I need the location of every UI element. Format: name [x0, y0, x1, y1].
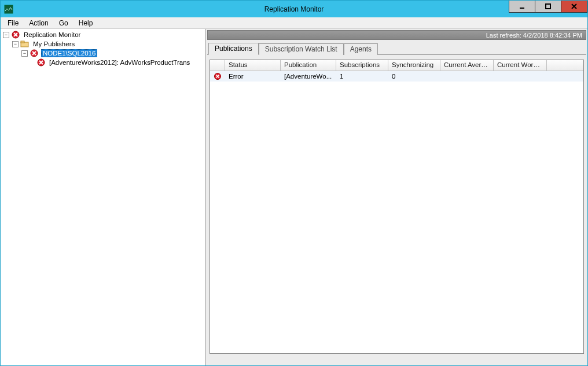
- error-icon: [214, 72, 222, 80]
- last-refresh-bar: Last refresh: 4/2/2018 8:42:34 PM: [207, 30, 586, 40]
- folder-icon: [20, 39, 30, 49]
- tree-label: NODE1\SQL2016: [41, 49, 97, 57]
- menu-help[interactable]: Help: [74, 18, 98, 28]
- expander-icon[interactable]: −: [3, 32, 9, 38]
- tree-node-publication[interactable]: [AdventureWorks2012]: AdvWorksProductTra…: [3, 58, 203, 67]
- grid-header: Status Publication Subscriptions Synchro…: [210, 60, 583, 71]
- col-status-header[interactable]: Status: [225, 60, 281, 71]
- maximize-button[interactable]: [535, 1, 561, 13]
- window-title: Replication Monitor: [1, 5, 587, 13]
- cell-publication: [AdventureWo...: [281, 71, 336, 82]
- tree-node-root[interactable]: − Replication Monitor: [3, 30, 203, 39]
- menubar: File Action Go Help: [1, 17, 587, 29]
- error-icon: [36, 58, 46, 67]
- menu-file[interactable]: File: [3, 18, 23, 28]
- expander-icon[interactable]: −: [12, 41, 19, 47]
- close-button[interactable]: [561, 1, 587, 13]
- tree-node-server[interactable]: − NODE1\SQL2016: [3, 49, 203, 58]
- col-current-avg-header[interactable]: Current Averag...: [440, 60, 494, 71]
- titlebar[interactable]: Replication Monitor: [1, 1, 587, 17]
- cell-status: Error: [225, 71, 281, 82]
- grid-body: Error [AdventureWo... 1 0: [210, 71, 583, 353]
- tree-node-publishers[interactable]: − My Publishers: [3, 39, 203, 49]
- window-frame: Replication Monitor File Action Go Help …: [0, 0, 588, 366]
- col-synchronizing-header[interactable]: Synchronizing: [388, 60, 440, 71]
- menu-go[interactable]: Go: [54, 18, 73, 28]
- publications-grid[interactable]: Status Publication Subscriptions Synchro…: [210, 60, 584, 354]
- col-icon-header[interactable]: [210, 60, 225, 71]
- menu-action[interactable]: Action: [24, 18, 53, 28]
- expander-icon[interactable]: −: [21, 50, 28, 57]
- minimize-button[interactable]: [509, 1, 535, 13]
- table-row[interactable]: Error [AdventureWo... 1 0: [210, 71, 583, 82]
- tree-label: My Publishers: [32, 40, 76, 47]
- tree-pane[interactable]: − Replication Monitor −: [1, 29, 206, 365]
- tree-label: Replication Monitor: [23, 31, 82, 38]
- app-icon: [4, 5, 13, 14]
- svg-rect-2: [546, 4, 550, 9]
- error-icon: [30, 49, 39, 58]
- statusbar: [207, 356, 586, 364]
- content-pane: Last refresh: 4/2/2018 8:42:34 PM Public…: [206, 29, 587, 365]
- col-publication-header[interactable]: Publication: [281, 60, 336, 71]
- last-refresh-text: Last refresh: 4/2/2018 8:42:34 PM: [486, 32, 582, 39]
- workspace: − Replication Monitor −: [1, 29, 587, 365]
- tab-content: Status Publication Subscriptions Synchro…: [207, 55, 586, 356]
- window-controls: [509, 1, 587, 17]
- error-icon: [11, 30, 20, 39]
- cell-synchronizing: 0: [388, 71, 440, 82]
- tabstrip: Publications Subscription Watch List Age…: [207, 40, 586, 54]
- tree-label: [AdventureWorks2012]: AdvWorksProductTra…: [48, 59, 191, 66]
- row-status-icon-cell: [210, 71, 225, 82]
- col-subscriptions-header[interactable]: Subscriptions: [336, 60, 388, 71]
- tab-agents[interactable]: Agents: [344, 43, 378, 55]
- col-current-worst-header[interactable]: Current Worst ...: [494, 60, 547, 71]
- tree: − Replication Monitor −: [1, 29, 205, 68]
- svg-rect-1: [520, 8, 524, 9]
- svg-rect-9: [21, 41, 24, 43]
- cell-current-worst: [494, 71, 547, 82]
- cell-current-avg: [440, 71, 494, 82]
- tab-publications[interactable]: Publications: [208, 43, 259, 55]
- cell-subscriptions: 1: [336, 71, 388, 82]
- tab-watch-list[interactable]: Subscription Watch List: [259, 43, 344, 55]
